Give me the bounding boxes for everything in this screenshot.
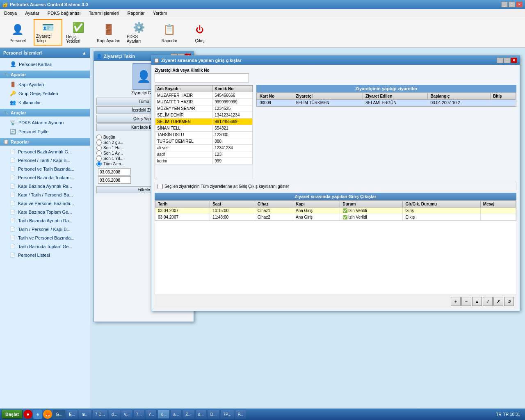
taskbar-item-6[interactable]: V... [121,410,132,419]
sidebar-item-r10[interactable]: 📄Tarih ve Personel Bazında... [0,233,90,242]
taskbar-item-13[interactable]: D... [208,410,220,419]
toolbar-ziyaretci[interactable]: 🪪 Ziyaretçi Takip [34,19,62,46]
taskbar-item-2[interactable]: E... [66,410,78,419]
all-visits-checkbox[interactable] [158,184,163,189]
taskbar-item-10[interactable]: a... [170,410,182,419]
taskbar-item-7[interactable]: 7... [133,410,145,419]
radio-son1h-input[interactable] [96,145,102,151]
search-input[interactable] [155,73,249,82]
menu-tanim[interactable]: Tanım İşlemleri [87,10,122,16]
toolbar-personel[interactable]: 👤 Personel [3,19,32,46]
taskbar-item-8[interactable]: Y... [146,410,157,419]
taskbar-item-9[interactable]: K... [158,410,169,419]
sidebar-item-kullanicilar[interactable]: 👥 Kullanıcılar [0,98,90,107]
maximize-btn[interactable]: □ [509,2,515,7]
toolbar-gecis[interactable]: ✅ Geçiş Yetkileri [64,19,93,46]
sidebar-item-r5[interactable]: 📄Kapı / Tarih / Personel Ba... [0,190,90,199]
vd-close-btn[interactable]: ✕ [511,57,517,63]
toolbar-pdks[interactable]: ⚙️ PDKS Ayarları [125,19,153,46]
toolbar-raporlar[interactable]: 📋 Raporlar [155,19,184,46]
vd-min-btn[interactable]: _ [497,57,503,63]
minimize-btn[interactable]: _ [501,2,508,7]
refresh-btn[interactable]: ↺ [504,297,514,306]
visitor-table-row[interactable]: TURGUT DEMİREL888 [155,138,253,145]
visitor-table-row[interactable]: SELİM TÜRKMEN9912455669 [155,119,253,125]
menu-ayarlar[interactable]: Ayarlar [23,10,42,16]
remove-btn[interactable]: − [461,297,471,306]
toolbar-raporlar-label: Raporlar [162,39,177,43]
radio-son1y-input[interactable] [96,156,102,161]
toolbar-cikis[interactable]: ⏻ Çıkış [185,19,214,46]
start-button[interactable]: Başlat [2,410,23,419]
giris-cikis-row[interactable]: 03.04.200711:48:00Cihaz2Ana Giriş✅ İzin … [155,214,516,221]
menu-pdks[interactable]: PDKS bağlantısı [45,10,83,16]
visitor-table-row[interactable]: MUZAFFER HAZIR9999999999 [155,99,253,105]
cancel-btn[interactable]: ✗ [493,297,503,306]
taskbar-item-14[interactable]: 7P... [220,410,234,419]
toolbar-kapi[interactable]: 🚪 Kapı Ayarları [94,19,123,46]
taskbar-item-4[interactable]: 7 D... [92,410,108,419]
visits-table-row[interactable]: 00009SELİM TÜRKMENSELAMİ ERGÜN03.04.2007… [257,100,516,106]
sidebar-collapse-icon[interactable]: ▲ [82,50,87,55]
taskbar-item-1[interactable]: G... [53,410,65,419]
visitor-table-row[interactable]: ali veli12341234 [155,145,253,151]
taskbar-item-11[interactable]: Z... [183,410,194,419]
taskbar-icon-3[interactable]: 🦊 [43,410,52,419]
confirm-btn[interactable]: ✓ [483,297,493,306]
visitor-name: MUZAFFER HAZIR [155,99,213,105]
sidebar-item-pdks-aktarim[interactable]: 📡 PDKS Aktarım Ayarları [0,118,90,127]
radio-son1a-input[interactable] [96,151,102,156]
visitor-table-row[interactable]: kerim999 [155,158,253,164]
taskbar-item-12[interactable]: d... [195,410,207,419]
sidebar-item-kapi-ayarlari[interactable]: 🚪 Kapı Ayarları [0,80,90,89]
taskbar-item-15[interactable]: P... [235,410,247,419]
close-btn[interactable]: ✕ [516,2,523,7]
col-bitis: Bitiş [490,93,516,100]
date-from-input[interactable] [98,168,131,176]
sidebar-item-grup-gecis[interactable]: 🔑 Grup Geçiş Yetkileri [0,89,90,98]
up-btn[interactable]: ▲ [472,297,482,306]
sidebar-item-r6[interactable]: 📄Kapı ve Personel Bazında... [0,199,90,208]
menu-dosya[interactable]: Dosya [2,10,19,16]
visitor-table-container[interactable]: Adı Soyadı Kimlik No MUZAFFER HAZIR54546… [155,85,253,179]
visitor-table-row[interactable]: asdf123 [155,151,253,158]
radio-bugun-input[interactable] [96,135,102,140]
date-to-input[interactable] [98,176,131,184]
add-btn[interactable]: + [451,297,461,306]
visitor-table-row[interactable]: SELİM DEMİR13412341234 [155,112,253,119]
sidebar-item-personel-kartlari[interactable]: 👤 Personel Kartları [0,59,90,69]
sidebar-item-r4[interactable]: 📄Kapı Bazında Ayrıntılı Ra... [0,182,90,190]
toolbar-pdks-label: PDKS Ayarları [127,34,151,43]
giris-cikis-row[interactable]: 03.04.200710:15:00Cihaz1Ana Giriş✅ İzin … [155,208,516,214]
search-section: Ziyaretçi Adı veya Kimlik No [155,68,516,82]
sidebar-item-r2[interactable]: 📄Personel ve Tarih Bazında... [0,164,90,173]
visitor-table-row[interactable]: TAHSİN USLU123000 [155,132,253,138]
radio-tumzam-input[interactable] [96,161,102,167]
menu-raporlar[interactable]: Raporlar [125,10,147,16]
sidebar-item-r11[interactable]: 📄Tarih Bazında Toplam Ge... [0,242,90,251]
visit-dialog-content: Ziyaretçi Adı veya Kimlik No Adı [151,65,520,311]
visits-table: Kart No Ziyaretçi Ziyaret Edilen Başlang… [257,93,516,106]
vd-max-btn[interactable]: □ [504,57,510,63]
action-buttons: + − ▲ ✓ ✗ ↺ [155,295,516,308]
sidebar-item-r3[interactable]: 📄Personel Bazında Toplamı... [0,173,90,182]
sidebar-item-r8[interactable]: 📄Tarih Bazında Ayrıntılı Ra... [0,216,90,225]
sidebar-item-r1[interactable]: 📄Personel / Tarih / Kapı B... [0,156,90,164]
menu-yardim[interactable]: Yardım [151,10,170,16]
visitor-table-row[interactable]: MÜZEYYEN SENAR1234525 [155,105,253,112]
col-ziyaret-edilen: Ziyaret Edilen [363,93,427,100]
sidebar-item-r7[interactable]: 📄Kapı Bazında Toplam Ge... [0,208,90,216]
radio-son2-input[interactable] [96,140,102,145]
visitor-table-row[interactable]: SİNAN TELLİ654321 [155,125,253,132]
sidebar-item-r0[interactable]: 📄Personel Bazlı Ayrıntılı G... [0,147,90,156]
taskbar-icon-1[interactable]: ● [23,410,32,419]
sidebar-item-r12[interactable]: 📄Personel Listesi [0,251,90,259]
sidebar-item-personel-esitle[interactable]: 🔄 Personel Eşitle [0,127,90,136]
taskbar-icon-2[interactable]: e [33,410,42,419]
visitor-table-row[interactable]: MUZAFFER HAZIR545466666 [155,92,253,99]
col-ad-soyad[interactable]: Adı Soyadı [155,86,213,92]
empty-space [155,221,516,295]
taskbar-item-5[interactable]: d... [109,410,120,419]
sidebar-item-r9[interactable]: 📄Tarih / Personel / Kapı B... [0,225,90,233]
taskbar-item-3[interactable]: m... [79,410,91,419]
